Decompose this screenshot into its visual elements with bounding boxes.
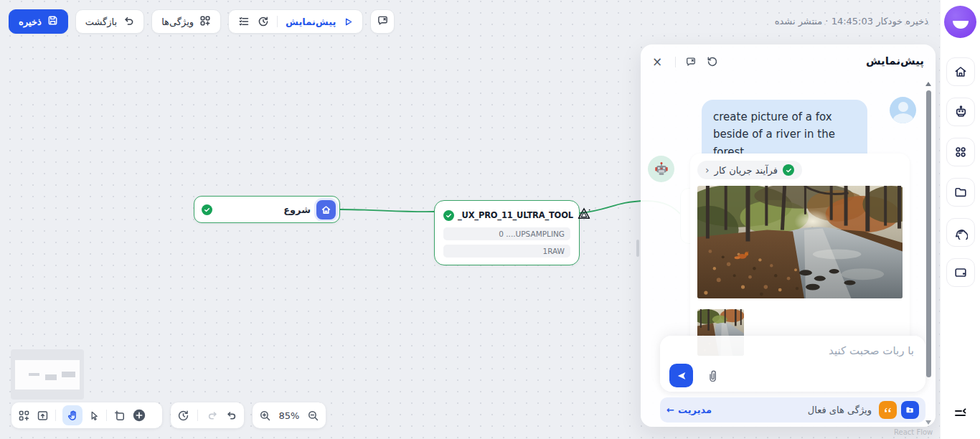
undo-button[interactable]: [226, 410, 237, 421]
run-history-clock-icon[interactable]: [258, 16, 269, 27]
add-frame-button[interactable]: [113, 410, 126, 422]
manage-link-label: مدیریت: [678, 405, 712, 415]
features-button[interactable]: ویژگی‌ها: [151, 9, 221, 34]
generated-image[interactable]: [697, 186, 903, 298]
robot-icon: [953, 105, 969, 120]
home-icon: [316, 200, 336, 220]
sidebar-item-wallet[interactable]: [946, 258, 975, 287]
zoom-in-button[interactable]: [259, 410, 271, 422]
app-logo[interactable]: [944, 6, 976, 38]
add-node-button[interactable]: [132, 408, 146, 423]
zoom-tools-group: 85%: [253, 402, 326, 428]
history-tools-group: [171, 402, 244, 428]
manage-link[interactable]: مدیریت ←: [666, 405, 712, 415]
reset-conversation-icon[interactable]: [707, 56, 718, 70]
select-tool-button[interactable]: [89, 410, 100, 421]
tool-node[interactable]: _UX_PRO_11_ULTRA_TOOL 0 ....UPSAMPLING 1…: [434, 200, 580, 265]
autosave-status: ذخیره خودکار 14:45:03 · منتشر نشده: [775, 16, 928, 27]
quote-feature-icon[interactable]: [879, 401, 897, 419]
version-history-button[interactable]: [177, 410, 189, 422]
workflow-chip-label: فرآیند جریان کار: [715, 165, 778, 176]
tool-node-param-row: 1RAW: [443, 245, 570, 258]
apps-grid-icon: [953, 145, 968, 159]
close-icon[interactable]: ×: [652, 55, 662, 68]
folder-icon: [953, 185, 968, 199]
clear-chat-button[interactable]: [370, 9, 395, 34]
start-node[interactable]: شروع: [194, 196, 340, 223]
features-button-label: ویژگی‌ها: [161, 16, 194, 27]
divider: [675, 57, 676, 67]
chat-clear-icon[interactable]: [685, 56, 697, 70]
play-icon[interactable]: [344, 17, 353, 27]
sidebar-item-home[interactable]: [946, 57, 975, 86]
active-features-label: ویژگی های فعال: [716, 405, 872, 415]
panel-resize-handle[interactable]: [636, 240, 639, 257]
sidebar-item-files[interactable]: [946, 178, 975, 207]
preview-button-group: پیش‌نمایش: [228, 9, 363, 34]
chat-input-card: [660, 336, 925, 392]
collapse-sidebar-button[interactable]: [949, 402, 972, 425]
save-button[interactable]: ذخیره: [9, 9, 68, 34]
check-circle-icon: [783, 164, 794, 176]
preview-button-label[interactable]: پیش‌نمایش: [286, 16, 336, 27]
workflow-process-chip[interactable]: فرآیند جریان کار ‹: [697, 161, 802, 179]
folder-feature-icon[interactable]: [901, 401, 919, 419]
back-button[interactable]: بازگشت: [75, 9, 144, 34]
chat-bubble-icon: [953, 225, 968, 240]
hand-icon: [67, 410, 78, 421]
active-features-bar: ویژگی های فعال مدیریت ←: [660, 397, 925, 423]
check-circle-icon: [202, 204, 212, 215]
robot-icon: [653, 161, 670, 178]
chat-input[interactable]: [720, 344, 914, 357]
sidebar-item-bots[interactable]: [946, 98, 975, 126]
check-circle-icon: [443, 210, 454, 221]
pan-tool-button[interactable]: [62, 405, 83, 425]
canvas-tools-group: [11, 402, 162, 428]
scroll-down-arrow[interactable]: [925, 420, 931, 425]
fit-view-button[interactable]: [37, 410, 49, 422]
home-icon: [953, 65, 968, 79]
attachment-paperclip-icon[interactable]: [705, 369, 718, 384]
scroll-up-arrow[interactable]: [925, 82, 931, 86]
sidebar-item-chats[interactable]: [946, 218, 975, 247]
tool-node-title: _UX_PRO_11_ULTRA_TOOL: [458, 210, 573, 220]
add-widget-button[interactable]: [18, 410, 30, 422]
panel-title: پیش‌نمایش: [866, 55, 924, 67]
save-floppy-icon: [47, 15, 58, 28]
preview-panel: پیش‌نمایش × create picture of a fox besi…: [641, 44, 936, 427]
right-sidebar: [940, 0, 980, 439]
flux-triangle-logo-icon: [577, 207, 591, 223]
wallet-icon: [953, 265, 968, 280]
top-toolbar: ذخیره بازگشت ویژگی‌ها: [9, 9, 395, 34]
arrow-left-icon: ←: [666, 405, 674, 415]
run-checklist-icon[interactable]: [238, 16, 250, 27]
save-button-label: ذخیره: [19, 16, 42, 27]
zoom-out-button[interactable]: [307, 410, 319, 422]
send-icon: [676, 370, 687, 382]
send-button[interactable]: [669, 364, 693, 387]
redo-button[interactable]: [207, 410, 218, 421]
back-button-label: بازگشت: [85, 16, 117, 27]
user-avatar: [890, 97, 916, 123]
tool-node-param-row: 0 ....UPSAMPLING: [443, 227, 570, 240]
add-widget-icon: [199, 15, 211, 29]
reactflow-attribution[interactable]: React Flow: [894, 428, 933, 436]
minimap[interactable]: [11, 349, 84, 400]
chevron-left-icon: ‹: [705, 164, 710, 176]
panel-scrollbar[interactable]: [925, 79, 932, 425]
chat-clear-icon: [377, 14, 389, 29]
bot-avatar: [648, 156, 674, 182]
collapse-menu-icon: [953, 405, 969, 421]
start-node-title: شروع: [283, 204, 311, 215]
zoom-level[interactable]: 85%: [279, 410, 300, 421]
undo-arrow-icon: [123, 15, 134, 29]
scrollbar-thumb[interactable]: [926, 90, 931, 377]
cursor-icon: [89, 410, 100, 421]
sidebar-item-apps[interactable]: [946, 138, 975, 166]
